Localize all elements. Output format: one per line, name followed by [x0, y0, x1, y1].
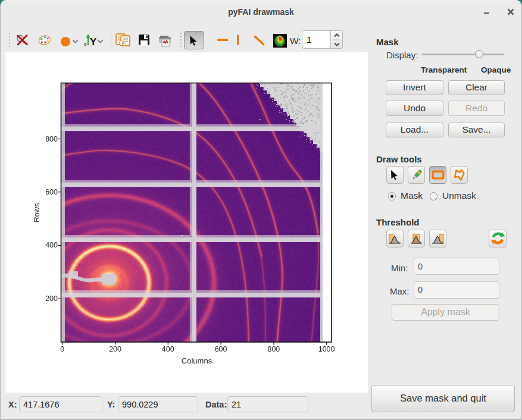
svg-text:Y: Y	[90, 36, 97, 48]
svg-text:0: 0	[85, 42, 87, 46]
